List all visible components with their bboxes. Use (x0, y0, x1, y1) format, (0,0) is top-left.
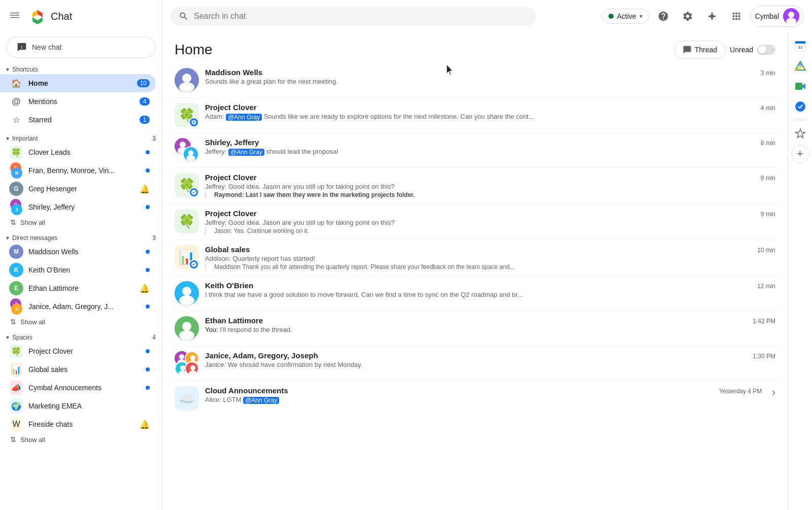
sidebar-item-ethan-lattimore[interactable]: E Ethan Lattimore 🔔 (0, 279, 156, 297)
keith-obrien-icon: K (10, 264, 22, 276)
chat-item-project-clover-2[interactable]: 🍀 Project Clover 9 min Jeffrey: Good ide… (166, 167, 784, 203)
sidebar-item-marketing-emea[interactable]: 🌍 Marketing EMEA (0, 397, 156, 415)
sidebar-item-cymbal-announcements[interactable]: 📣 Cymbal Annoucements (0, 379, 156, 397)
spaces-show-all[interactable]: ⇅ Show all (0, 433, 162, 446)
help-icon[interactable] (653, 6, 673, 26)
shirley-jeffery-dot (146, 205, 150, 209)
star-app-icon[interactable] (791, 124, 809, 143)
home-badge: 10 (137, 79, 150, 87)
spark-icon[interactable] (702, 6, 722, 26)
sidebar-item-home[interactable]: 🏠 Home 10 (0, 74, 156, 92)
chat-body-project-clover-3: Project Clover 9 min Jeffrey: Good idea.… (205, 209, 775, 234)
sidebar-item-global-sales[interactable]: 📊 Global sales (0, 360, 156, 379)
sidebar-item-starred[interactable]: ☆ Starred 1 (0, 111, 156, 129)
chat-list: Maddison Wells 3 min Sounds like a great… (162, 63, 788, 416)
chat-item-ethan-lattimore[interactable]: Ethan Lattimore 1:42 PM You: I'll respon… (166, 311, 784, 346)
sidebar-item-fran-benny[interactable]: F B Fran, Benny, Monroe, Vin... (0, 161, 156, 180)
greg-hesenger-icon: G (10, 183, 22, 195)
svg-point-26 (190, 355, 195, 360)
important-section-header[interactable]: ▾ Important 3 (0, 133, 162, 143)
apps-icon[interactable] (726, 6, 747, 26)
mention-ann-gray-1: @Ann Gray (226, 114, 262, 121)
unread-toggle[interactable] (757, 45, 775, 55)
chat-preview-project-clover-3: Jeffrey: Good idea. Jason are you still … (205, 219, 775, 226)
sidebar-item-ethan-label: Ethan Lattimore (28, 284, 140, 292)
google-meet-icon[interactable] (791, 77, 809, 95)
chat-item-janice-adam-group[interactable]: Janice, Adam, Gregory, Joseph 1:30 PM Ja… (166, 346, 784, 381)
sidebar-item-project-clover[interactable]: 🍀 Project Clover (0, 342, 156, 360)
settings-icon[interactable] (678, 6, 698, 26)
sidebar-item-project-clover-label: Project Clover (28, 347, 146, 355)
svg-point-14 (188, 150, 194, 156)
svg-point-21 (179, 330, 194, 341)
chat-item-shirley-jeffery[interactable]: Shirley, Jeffery 8 min Jeffery: @Ann Gra… (166, 132, 784, 167)
svg-text:31: 31 (798, 45, 802, 50)
search-bar[interactable] (171, 7, 536, 25)
sidebar-item-fran-benny-label: Fran, Benny, Monroe, Vin... (28, 166, 146, 175)
right-sidebar: 31 + (788, 32, 812, 510)
svg-point-18 (179, 295, 194, 305)
chat-preview-ethan-lattimore: You: I'll respond to the thread. (205, 326, 775, 333)
menu-icon[interactable] (6, 7, 23, 26)
chat-preview-project-clover-1: Adam: @Ann Gray Sounds like we are ready… (205, 113, 775, 121)
chat-name-keith-obrien: Keith O'Brien (205, 281, 253, 290)
active-status-button[interactable]: Active ▾ (602, 9, 649, 24)
chat-item-project-clover-1[interactable]: 🍀 Project Clover 4 min Adam: @Ann Gray S… (166, 97, 784, 132)
google-drive-icon[interactable] (791, 57, 809, 75)
shortcuts-chevron: ▾ (6, 66, 9, 73)
page-title: Home (175, 42, 213, 58)
starred-badge: 1 (140, 116, 150, 124)
dm-section-header[interactable]: ▾ Direct messages 3 (0, 232, 162, 243)
chat-item-maddison-wells[interactable]: Maddison Wells 3 min Sounds like a great… (166, 63, 784, 97)
cymbal-announcements-icon: 📣 (10, 382, 22, 394)
important-show-all[interactable]: ⇅ Show all (0, 216, 162, 228)
account-button[interactable]: Cymbal (751, 6, 804, 27)
sidebar-item-fireside-chats[interactable]: W Fireside chats 🔔 (0, 415, 156, 433)
add-app-icon[interactable]: + (791, 145, 809, 163)
toggle-knob (758, 46, 766, 54)
thread-button[interactable]: Thread (674, 41, 726, 59)
google-tasks-icon[interactable] (791, 97, 809, 116)
chat-item-global-sales[interactable]: 📊 Global sales 10 min Addison: Quarterly… (166, 240, 784, 276)
chat-avatar-janice-group (175, 351, 199, 376)
chat-time-janice-group: 1:30 PM (753, 353, 775, 360)
sidebar-item-janice-adam[interactable]: J A Janice, Adam, Gregory, J... (0, 297, 156, 316)
shortcuts-section-header[interactable]: ▾ Shortcuts (0, 64, 162, 74)
svg-rect-0 (10, 13, 19, 14)
chat-name-ethan-lattimore: Ethan Lattimore (205, 316, 263, 325)
chat-time-keith-obrien: 12 min (757, 283, 775, 290)
important-count: 3 (152, 135, 156, 142)
sidebar-item-mentions[interactable]: @ Mentions 4 (0, 92, 156, 111)
chat-item-project-clover-3[interactable]: 🍀 Project Clover 9 min Jeffrey: Good ide… (166, 203, 784, 240)
sidebar-item-shirley-jeffery[interactable]: S J Shirley, Jeffery (0, 198, 156, 216)
sidebar-item-janice-label: Janice, Adam, Gregory, J... (28, 302, 146, 311)
sidebar-item-clover-leads[interactable]: 🍀 Clover Leads (0, 143, 156, 161)
chat-avatar-shirley-jeffery (175, 138, 199, 162)
dm-show-all[interactable]: ⇅ Show all (0, 316, 162, 328)
chat-item-cloud-announcements[interactable]: ☁️ Cloud Announcements Yesterday 4 PM Al… (166, 381, 784, 416)
chat-badge-global-sales (189, 259, 199, 269)
chat-avatar-project-clover-3: 🍀 (175, 209, 199, 233)
svg-point-9 (179, 82, 194, 92)
google-calendar-icon[interactable]: 31 (791, 37, 809, 55)
sidebar-item-greg-hesenger[interactable]: G Greg Hesenger 🔔 (0, 180, 156, 198)
sidebar-item-maddison-wells[interactable]: M Maddison Wells (0, 243, 156, 261)
chat-body-cloud-announcements: Cloud Announcements Yesterday 4 PM Alice… (205, 386, 762, 404)
chat-time-global-sales: 10 min (757, 247, 775, 254)
new-chat-button[interactable]: New chat (6, 37, 156, 58)
chat-item-keith-obrien[interactable]: Keith O'Brien 12 min I think that we hav… (166, 276, 784, 311)
sidebar-item-keith-obrien[interactable]: K Keith O'Brien (0, 261, 156, 279)
important-show-all-label: Show all (20, 219, 45, 226)
chat-time-project-clover-2: 9 min (761, 175, 775, 182)
search-input[interactable] (194, 12, 528, 21)
sidebar-item-shirley-jeffery-label: Shirley, Jeffery (28, 203, 146, 211)
chat-avatar-project-clover-2: 🍀 (175, 173, 199, 197)
header-actions: Thread Unread (674, 41, 775, 59)
thread-icon (683, 45, 692, 54)
right-icon-divider (794, 120, 806, 120)
chat-avatar-cloud-announcements: ☁️ (175, 386, 199, 411)
chat-name-project-clover-1: Project Clover (205, 103, 257, 112)
spaces-section-header[interactable]: ▾ Spaces 4 (0, 332, 162, 342)
ethan-lattimore-icon: E (10, 282, 22, 294)
new-chat-label: New chat (32, 43, 61, 51)
